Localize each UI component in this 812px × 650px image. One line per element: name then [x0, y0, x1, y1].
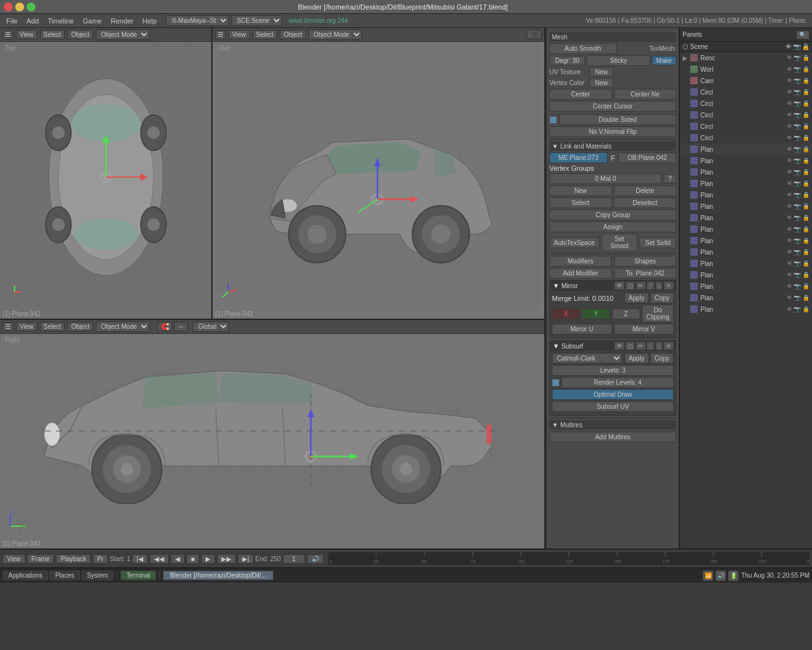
- new-mat-btn[interactable]: New: [549, 185, 612, 196]
- scene-item-plan-14[interactable]: Plan 👁 📷 🔒: [680, 292, 812, 303]
- subsurf-render-btn[interactable]: ◻: [626, 342, 634, 350]
- scene-item-circl-2[interactable]: Circl 👁 📷 🔒: [680, 98, 812, 109]
- scene-list-btn-1[interactable]: 🔍: [796, 30, 809, 39]
- apps-button[interactable]: Applications: [3, 571, 48, 580]
- transform-btn[interactable]: ↔: [174, 322, 188, 331]
- menu-render[interactable]: Render: [107, 16, 137, 26]
- viewport-right[interactable]: ☰ View Select Object Object Mode 🧲 ↔ Glo…: [0, 320, 546, 548]
- do-clipping-btn[interactable]: Do Clipping: [642, 305, 674, 322]
- subsurf-edit-btn[interactable]: ✏: [636, 342, 645, 350]
- add-multires-btn[interactable]: Add Multires: [549, 432, 676, 442]
- vp-top-mode[interactable]: Object Mode: [96, 29, 150, 40]
- auto-tex-space-btn[interactable]: AutoTexSpace: [549, 237, 599, 248]
- tl-play-btn[interactable]: ▶: [201, 554, 215, 564]
- subsurf-copy-btn[interactable]: Copy: [650, 353, 674, 364]
- scene-item-circl-3[interactable]: Circl 👁 📷 🔒: [680, 109, 812, 121]
- vp-user-cam-btn[interactable]: 🎥: [527, 30, 542, 39]
- mat-q-btn[interactable]: ?: [664, 174, 676, 183]
- places-button[interactable]: Places: [49, 571, 80, 580]
- vp-user-menu-btn[interactable]: ☰: [215, 30, 226, 39]
- optimal-draw-btn[interactable]: Optimal Draw: [552, 389, 674, 400]
- render-levels-btn[interactable]: Render Levels: 4: [561, 377, 674, 388]
- scene-item-plan-12[interactable]: Plan 👁 📷 🔒: [680, 269, 812, 281]
- copy-group-btn[interactable]: Copy Group: [549, 209, 676, 220]
- vp-top-menu-btn[interactable]: ☰: [3, 30, 13, 39]
- mirror-vis-btn[interactable]: 👁: [615, 282, 624, 289]
- subsurf-vis-btn[interactable]: 👁: [615, 342, 624, 350]
- scene-item-worl[interactable]: Worl 👁 📷 🔒: [680, 63, 812, 75]
- double-sided-check[interactable]: [549, 116, 557, 124]
- tl-back-btn[interactable]: ◀◀: [150, 554, 169, 564]
- snap-btn[interactable]: 🧲: [157, 322, 173, 331]
- timeline-ruler[interactable]: 0 25 50 75 100 125 150 175 200 225: [328, 552, 809, 565]
- scene-item-plan-15[interactable]: Plan 👁 📷 🔒: [680, 303, 812, 315]
- deselect-mat-btn[interactable]: Deselect: [614, 197, 677, 208]
- menu-timeline[interactable]: Timeline: [44, 16, 77, 26]
- tl-view-btn[interactable]: View: [3, 554, 25, 564]
- subsurf-uv-btn[interactable]: Subsurf UV: [552, 401, 674, 412]
- menu-file[interactable]: File: [3, 16, 22, 26]
- tl-pr-btn[interactable]: Pr: [93, 554, 108, 564]
- mat-val-btn[interactable]: 0 Mat 0: [549, 173, 662, 184]
- scene-item-renc[interactable]: ▶ Renc 👁 📷 🔒: [680, 52, 812, 63]
- menu-game[interactable]: Game: [79, 16, 105, 26]
- link-materials-header[interactable]: ▼ Link and Materials: [549, 142, 676, 151]
- vp-right-select[interactable]: Select: [40, 322, 65, 331]
- subsurf-down-btn[interactable]: ↓: [656, 342, 663, 350]
- delete-mat-btn[interactable]: Delete: [614, 185, 677, 196]
- scene-item-plan-8[interactable]: Plan 👁 📷 🔒: [680, 223, 812, 235]
- scene-item-plan-13[interactable]: Plan 👁 📷 🔒: [680, 281, 812, 292]
- set-solid-btn[interactable]: Set Solid: [639, 237, 676, 248]
- scene-item-plan-5[interactable]: Plan 👁 📷 🔒: [680, 189, 812, 201]
- scene-item-plan-4[interactable]: Plan 👁 📷 🔒: [680, 178, 812, 189]
- menu-help[interactable]: Help: [139, 16, 161, 26]
- mirror-x-btn[interactable]: X: [552, 308, 580, 319]
- workspace-select[interactable]: :6-MaxMaya--Style: [166, 15, 229, 26]
- mirror-copy-btn[interactable]: Copy: [650, 293, 674, 303]
- double-sided-btn[interactable]: Double Sided: [559, 114, 676, 125]
- mirror-v-btn[interactable]: Mirror V: [614, 324, 674, 335]
- tl-stop-btn[interactable]: ■: [187, 554, 199, 564]
- blender-window-btn[interactable]: Blender [/home/razi/Desktop/Dil/...: [163, 571, 273, 580]
- assign-btn[interactable]: Assign: [549, 222, 676, 232]
- system-button[interactable]: System: [81, 571, 114, 580]
- make-btn[interactable]: Make: [652, 56, 676, 65]
- ob-plane-btn[interactable]: OB:Plane.042: [618, 152, 676, 163]
- vp-right-mode[interactable]: Object Mode: [96, 321, 150, 332]
- maximize-button[interactable]: [27, 3, 36, 11]
- vp-user-select[interactable]: Select: [252, 30, 278, 39]
- catmull-select[interactable]: Catmull-Clark: [552, 353, 622, 364]
- modifiers-tab[interactable]: Modifiers: [549, 256, 612, 267]
- scene-item-circl-1[interactable]: Circl 👁 📷 🔒: [680, 86, 812, 98]
- select-mat-btn[interactable]: Select: [549, 197, 612, 208]
- scene-item-plan-10[interactable]: Plan 👁 📷 🔒: [680, 246, 812, 258]
- scene-item-cam[interactable]: Cam 👁 📷 🔒: [680, 75, 812, 86]
- vp-user-mode[interactable]: Object Mode: [308, 29, 362, 40]
- subsurf-apply-btn[interactable]: Apply: [624, 353, 649, 364]
- scene-item-plan-7[interactable]: Plan 👁 📷 🔒: [680, 212, 812, 223]
- vp-user-view[interactable]: View: [228, 30, 250, 39]
- to-plane-btn[interactable]: To: Plane.042: [614, 268, 677, 279]
- no-vnormal-btn[interactable]: No V.Normal Flip: [549, 126, 676, 137]
- mirror-edit-btn[interactable]: ✏: [636, 282, 645, 289]
- viewport-top[interactable]: ☰ View Select Object Object Mode Top: [0, 28, 213, 319]
- new-vc-btn[interactable]: New: [589, 78, 613, 88]
- subsurf-close-btn[interactable]: ✕: [664, 342, 673, 350]
- menu-add[interactable]: Add: [23, 16, 43, 26]
- vp-top-object[interactable]: Object: [67, 30, 93, 39]
- add-modifier-btn[interactable]: Add Modifier: [549, 268, 612, 279]
- vp-right-object[interactable]: Object: [67, 322, 93, 331]
- center-new-btn[interactable]: Center Ne: [614, 89, 677, 100]
- scene-item-plan-9[interactable]: Plan 👁 📷 🔒: [680, 235, 812, 246]
- subsurf-up-btn[interactable]: ↑: [647, 342, 654, 350]
- scene-item-circl-5[interactable]: Circl 👁 📷 🔒: [680, 132, 812, 143]
- tl-frame-btn[interactable]: Frame: [27, 554, 55, 564]
- mirror-z-btn[interactable]: Z: [612, 308, 640, 319]
- tl-next-btn[interactable]: ▶|: [238, 554, 254, 564]
- set-smooth-btn[interactable]: Set Smoot: [601, 234, 638, 251]
- vp-right-menu-btn[interactable]: ☰: [3, 322, 13, 331]
- tl-playback-btn[interactable]: Playback: [56, 554, 91, 564]
- mirror-close-btn[interactable]: ✕: [664, 282, 673, 289]
- scene-item-plan-6[interactable]: Plan 👁 📷 🔒: [680, 201, 812, 212]
- terminal-button[interactable]: Terminal: [121, 571, 156, 580]
